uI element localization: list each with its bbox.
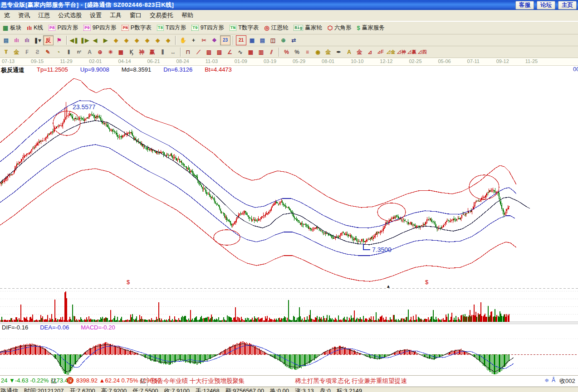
toolbar-item-3[interactable]: P99P四方形 — [83, 24, 116, 32]
square-num-icon[interactable]: n² — [74, 48, 84, 57]
window-title: 恩专业版[赢家内部服务平台] - [盛路通信 SZ002446-823日K线] — [0, 1, 514, 9]
percent-icon[interactable]: % — [282, 48, 291, 57]
toolbar-item-10[interactable]: ⬡六角形 — [328, 24, 352, 32]
menu-item-6[interactable]: 窗口 — [126, 10, 146, 20]
angle-f-icon[interactable]: ⊿F — [376, 48, 385, 57]
toolbar-item-4[interactable]: PNP数字表 — [122, 24, 151, 32]
wave-23-icon[interactable]: 23 — [220, 35, 230, 45]
gann-grid2-icon[interactable]: ▥ — [256, 48, 266, 57]
next-bar-icon[interactable]: ▶ — [101, 36, 110, 45]
gold-line-icon[interactable]: 金 — [323, 48, 333, 57]
kline-mark-icon[interactable]: Ϗ — [127, 48, 136, 57]
homepage-button[interactable]: 主页 — [558, 1, 577, 10]
fib-tool-icon[interactable]: ₣ — [22, 48, 32, 57]
toolbar-item-5[interactable]: T8T四方形 — [157, 24, 186, 32]
menu-item-2[interactable]: 江恩 — [34, 10, 54, 20]
percent2-icon[interactable]: % — [292, 48, 302, 57]
customer-service-button[interactable]: 客服 — [515, 1, 534, 10]
ticker-user-icon[interactable]: Å — [552, 377, 555, 383]
toolbar-item-9[interactable]: Big赢家轮 — [294, 24, 322, 32]
report-icon[interactable]: ▤ — [1, 36, 11, 45]
transfer-icon[interactable]: ⇄ — [289, 36, 299, 45]
target-icon[interactable]: ⊕ — [95, 48, 105, 57]
chart-p3-icon[interactable]: ılı — [12, 36, 21, 45]
flag-icon[interactable]: ⚑ — [54, 36, 64, 45]
gold-angle-icon[interactable]: 金 — [355, 48, 364, 57]
toolbar-item-6[interactable]: T99T四方形 — [191, 24, 224, 32]
angle-four-icon[interactable]: ⊿四 — [417, 48, 427, 57]
star-grid-icon[interactable]: ✳ — [106, 48, 115, 57]
gann-tool-icon[interactable]: Ŧ — [1, 48, 11, 57]
zoom-diamond-2-icon[interactable]: ◈ — [122, 36, 131, 45]
spiral-tool-icon[interactable]: Ƨ — [33, 48, 42, 57]
status-field: 额:9756567.00 — [225, 387, 264, 392]
calculator-icon[interactable]: ▦ — [247, 36, 257, 45]
toolbar-item-8[interactable]: ◎江恩轮 — [264, 24, 288, 32]
news-headline-2[interactable]: 稀土打黑专项常态化 行业兼并重组望提速 — [295, 377, 407, 385]
menu-item-5[interactable]: 工具 — [106, 10, 126, 20]
hand-icon[interactable]: ✋ — [178, 36, 188, 45]
angle-icon[interactable]: ∠ — [225, 48, 235, 57]
toolbar-item-0[interactable]: ▦板块 — [3, 24, 21, 32]
scissors-icon[interactable]: ✂ — [199, 36, 209, 45]
close-code-partial: 收002 — [559, 377, 575, 385]
ying-grid-icon[interactable]: 赢 — [147, 48, 157, 57]
forum-button[interactable]: 论坛 — [537, 1, 555, 10]
news-headline-1[interactable]: 预告今年业绩 十大行业预增股聚集 — [151, 377, 245, 385]
label-icon[interactable]: A — [85, 48, 94, 57]
cycle-tool-icon[interactable]: ◔ — [54, 48, 63, 57]
web-export-icon[interactable]: ⊕ — [279, 36, 288, 45]
ruler-icon[interactable]: ⫴ — [64, 48, 73, 57]
text-grid-icon[interactable]: A — [344, 48, 354, 57]
gold-grid-icon[interactable]: 金 — [12, 48, 21, 57]
parallel-lines-icon[interactable]: ⫽ — [267, 48, 276, 57]
menu-item-3[interactable]: 公式选股 — [54, 10, 86, 20]
menu-item-8[interactable]: 帮助 — [177, 10, 197, 20]
notepad-icon[interactable]: ▤ — [258, 36, 267, 45]
gann-fan-icon[interactable]: ▨ — [204, 48, 214, 57]
calendar-icon[interactable]: 21 — [236, 35, 246, 45]
chart-p9-icon[interactable]: ılı — [22, 36, 32, 45]
ray-fan-icon[interactable]: ⟋ — [194, 48, 203, 57]
first-bar-icon[interactable]: ◀❚ — [69, 36, 79, 45]
angle-j-icon[interactable]: ⊿ — [365, 48, 375, 57]
gann-fan2-icon[interactable]: ▧ — [215, 48, 224, 57]
candle-type-icon[interactable]: ❚▾ — [33, 36, 42, 45]
tools-icon[interactable]: ❖ — [210, 36, 219, 45]
levels-icon[interactable]: ≡ — [303, 48, 312, 57]
angle-ying-icon[interactable]: ⊿赢 — [407, 48, 416, 57]
zoom-diamond-3-icon[interactable]: ◈ — [132, 36, 142, 45]
toolbar-item-11[interactable]: $赢家服务 — [357, 24, 385, 32]
angle-shen-icon[interactable]: ⊿神 — [397, 48, 406, 57]
save-icon[interactable]: ◫ — [268, 36, 278, 45]
crosshair-icon[interactable]: + — [189, 36, 198, 45]
box-tool-icon[interactable]: ⊓ — [183, 48, 193, 57]
gann-grid-icon[interactable]: ▦ — [246, 48, 255, 57]
pen-icon[interactable]: ✎ — [43, 48, 53, 57]
toolbar-item-2[interactable]: P8P四方形 — [49, 24, 78, 32]
ink-pen-icon[interactable]: ✒ — [334, 48, 343, 57]
zoom-diamond-4-icon[interactable]: ◈ — [142, 36, 152, 45]
chart-area[interactable]: 23.55777.3500$$▲ 极反通道 Tp=11.2505Up=9.900… — [0, 66, 578, 375]
toolbar-item-7[interactable]: TNT数字表 — [230, 24, 259, 32]
ticker-list-icon[interactable]: ≑ — [544, 377, 549, 383]
last-bar-icon[interactable]: ❚▶ — [80, 36, 89, 45]
indicator-name: 极反通道 — [1, 66, 24, 74]
angle-gold-icon[interactable]: ⊿金 — [386, 48, 396, 57]
zoom-diamond-6-icon[interactable]: ◈ — [163, 36, 173, 45]
menu-item-7[interactable]: 交易委托 — [146, 10, 177, 20]
jifan-channel-icon[interactable]: 反 — [43, 35, 54, 45]
zoom-diamond-5-icon[interactable]: ◈ — [153, 36, 162, 45]
gold-circle-icon[interactable]: ◉ — [313, 48, 323, 57]
scale-icon[interactable]: ⫼ — [158, 48, 167, 57]
wave-icon[interactable]: ∿ — [235, 48, 245, 57]
prev-bar-icon[interactable]: ◀ — [90, 36, 100, 45]
menu-item-4[interactable]: 设置 — [86, 10, 106, 20]
menu-item-1[interactable]: 资讯 — [14, 10, 34, 20]
menu-item-0[interactable]: 览 — [0, 10, 14, 20]
shen-grid-icon[interactable]: 神 — [137, 48, 147, 57]
grid-box-icon[interactable]: ▩ — [116, 48, 126, 57]
measure-icon[interactable]: ↔ — [168, 48, 178, 57]
toolbar-item-1[interactable]: ılıK线 — [27, 24, 43, 32]
zoom-diamond-1-icon[interactable]: ◈ — [111, 36, 121, 45]
